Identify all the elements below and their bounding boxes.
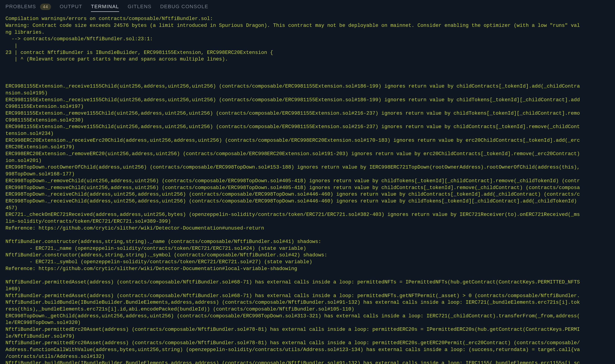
tab-output[interactable]: OUTPUT	[60, 3, 82, 11]
terminal-line: ng libraries.	[5, 29, 610, 36]
terminal-line	[5, 232, 610, 238]
terminal-line: ress(this),_bundleElements.erc721s[i].id…	[5, 306, 610, 313]
terminal-line: le/NftfiBundler.sol#79)	[5, 333, 610, 340]
terminal-line: nsion.sol#195)	[5, 90, 610, 97]
terminal-line: NftfiBundler.permittedAsset(address) (co…	[5, 293, 610, 299]
terminal-line	[5, 77, 610, 83]
terminal-line: NftfiBundler.buildBundle(IBundleBuilder.…	[5, 360, 610, 364]
terminal-line: 998TopDown.sol#168-177)	[5, 171, 610, 178]
terminal-line: ERC998TopDown._receiveChild(address,uint…	[5, 191, 610, 198]
terminal-line: ERC9981155Extension._receive1155Child(ui…	[5, 97, 610, 104]
terminal-line: NftfiBundler.buildBundle(IBundleBuilder.…	[5, 299, 610, 306]
terminal-line: Warning: Contract code size exceeds 2457…	[5, 22, 610, 29]
problems-count-badge: 44	[40, 4, 51, 10]
terminal-line: C9981155Extension.sol#197)	[5, 103, 610, 110]
terminal-line	[5, 272, 610, 279]
tab-gitlens-label: GITLENS	[128, 4, 152, 9]
terminal-line: NftfiBundler.permittedErc20Asset(address…	[5, 340, 610, 347]
terminal-line: ERC998TopDown._receiveChild(address,uint…	[5, 198, 610, 205]
terminal-line: C9981155Extension.sol#230)	[5, 117, 610, 124]
terminal-line: ERC998ERC20Extension._removeERC20(uint25…	[5, 151, 610, 157]
terminal-line: ERC9981155Extension._remove1155Child(uin…	[5, 124, 610, 130]
terminal-line: NftfiBundler.constructor(address,string,…	[5, 238, 610, 245]
terminal-line	[5, 63, 610, 70]
terminal-line: ERC9981155Extension._receive1155Child(ui…	[5, 83, 610, 90]
terminal-line: ERC9981155Extension._remove1155Child(uin…	[5, 110, 610, 117]
terminal-line: |	[5, 42, 610, 49]
tab-debug-console-label: DEBUG CONSOLE	[160, 4, 208, 9]
terminal-line: Reference: https://github.com/crytic/sli…	[5, 225, 610, 232]
terminal-line: 457)	[5, 205, 610, 212]
terminal-line: NftfiBundler.permittedAsset(address) (co…	[5, 279, 610, 286]
tab-problems[interactable]: PROBLEMS 44	[5, 3, 51, 11]
tab-problems-label: PROBLEMS	[5, 4, 36, 9]
terminal-line: ERC998ERC20Extension._receiveErc20Child(…	[5, 137, 610, 144]
terminal-line: | ^ (Relevant source part starts here an…	[5, 56, 610, 63]
terminal-line: Reference: https://github.com/crytic/sli…	[5, 265, 610, 272]
terminal-line: ion.sol#201)	[5, 157, 610, 164]
panel-tabs: PROBLEMS 44 OUTPUT TERMINAL GITLENS DEBU…	[0, 0, 615, 13]
terminal-output[interactable]: Compilation warnings/errors on contracts…	[0, 13, 615, 364]
terminal-line: - ERC721._symbol (openzeppelin-solidity/…	[5, 259, 610, 265]
terminal-line: ERC20Extension.sol#179)	[5, 144, 610, 151]
terminal-line: tension.sol#234)	[5, 130, 610, 137]
terminal-line: 23 | contract NftfiBundler is IBundleBui…	[5, 49, 610, 56]
terminal-line: - ERC721._name (openzeppelin-solidity/co…	[5, 245, 610, 252]
tab-gitlens[interactable]: GITLENS	[128, 3, 152, 11]
terminal-line: lin-solidity/contracts/token/ERC721/ERC7…	[5, 218, 610, 225]
terminal-line: l#69)	[5, 286, 610, 293]
terminal-line: le/ERC998TopDown.sol#320)	[5, 319, 610, 326]
terminal-line: ERC998TopDown._removeChild(uint256,addre…	[5, 178, 610, 184]
terminal-line: /contracts/utils/Address.sol#132)	[5, 353, 610, 360]
terminal-line: ERC721._checkOnERC721Received(address,ad…	[5, 211, 610, 218]
terminal-line	[5, 70, 610, 77]
tab-terminal[interactable]: TERMINAL	[91, 3, 119, 11]
terminal-line: NftfiBundler.constructor(address,string,…	[5, 252, 610, 259]
terminal-line: ERC998TopDown.rootOwnerOfChild(address,u…	[5, 164, 610, 171]
terminal-line: ERC998TopDown._getChild(address,uint256,…	[5, 313, 610, 320]
tab-terminal-label: TERMINAL	[91, 4, 119, 9]
terminal-line: NftfiBundler.permittedErc20Asset(address…	[5, 326, 610, 333]
tab-debug-console[interactable]: DEBUG CONSOLE	[160, 3, 208, 11]
terminal-line: Address.functionCallWithValue(address,by…	[5, 347, 610, 353]
terminal-line: Compilation warnings/errors on contracts…	[5, 15, 610, 22]
terminal-line: --> contracts/composable/NftfiBundler.so…	[5, 36, 610, 42]
tab-output-label: OUTPUT	[60, 4, 82, 9]
terminal-line: ERC998TopDown._removeChild(uint256,addre…	[5, 184, 610, 191]
